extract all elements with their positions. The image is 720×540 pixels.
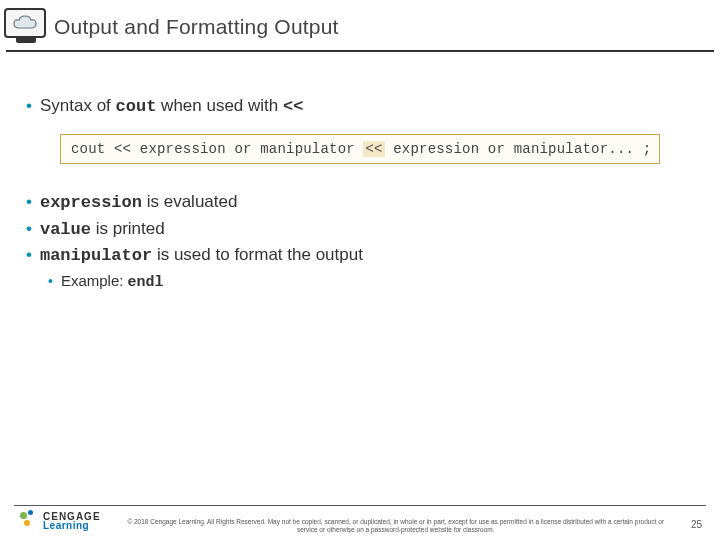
code-inline: cout — [116, 97, 157, 116]
monitor-icon — [4, 8, 48, 46]
bullet-marker: • — [26, 245, 32, 265]
copyright-text: © 2018 Cengage Learning. All Rights Rese… — [111, 518, 681, 534]
bullet-marker: • — [26, 219, 32, 239]
bullet-text: Example: endl — [61, 272, 164, 291]
code-text: expression or manipulator... ; — [385, 141, 652, 157]
slide-header: Output and Formatting Output — [0, 0, 720, 46]
bullet-marker: • — [48, 272, 53, 290]
text: Syntax of — [40, 96, 116, 115]
bullet-text: expression is evaluated — [40, 192, 237, 212]
text: is evaluated — [142, 192, 237, 211]
bullet-item: • value is printed — [26, 219, 694, 239]
sub-bullet-item: • Example: endl — [48, 272, 694, 291]
code-inline: expression — [40, 193, 142, 212]
code-box-wrap: cout << expression or manipulator << exp… — [60, 134, 660, 164]
text: is used to format the output — [152, 245, 363, 264]
bullet-text: Syntax of cout when used with << — [40, 96, 303, 116]
brand-mark-icon — [20, 510, 38, 532]
code-inline: endl — [128, 274, 164, 291]
text: is printed — [91, 219, 165, 238]
text: when used with — [156, 96, 283, 115]
code-text-highlight: << — [363, 141, 384, 157]
footer-divider — [14, 505, 706, 506]
bullet-text: value is printed — [40, 219, 165, 239]
code-inline: << — [283, 97, 303, 116]
brand-name-bottom: Learning — [43, 521, 101, 531]
bullet-marker: • — [26, 192, 32, 212]
code-inline: manipulator — [40, 246, 152, 265]
bullet-marker: • — [26, 96, 32, 116]
code-text: cout << expression or manipulator — [71, 141, 363, 157]
slide-footer: CENGAGE Learning © 2018 Cengage Learning… — [0, 505, 720, 540]
bullet-item: • expression is evaluated — [26, 192, 694, 212]
bullet-text: manipulator is used to format the output — [40, 245, 363, 265]
brand-logo: CENGAGE Learning — [20, 510, 101, 532]
text: Example: — [61, 272, 128, 289]
code-box: cout << expression or manipulator << exp… — [60, 134, 660, 164]
code-inline: value — [40, 220, 91, 239]
page-number: 25 — [691, 519, 702, 530]
page-title: Output and Formatting Output — [54, 15, 339, 39]
bullet-item: • manipulator is used to format the outp… — [26, 245, 694, 265]
slide-content: • Syntax of cout when used with << cout … — [0, 52, 720, 301]
cloud-icon — [11, 14, 39, 32]
bullet-item: • Syntax of cout when used with << — [26, 96, 694, 116]
